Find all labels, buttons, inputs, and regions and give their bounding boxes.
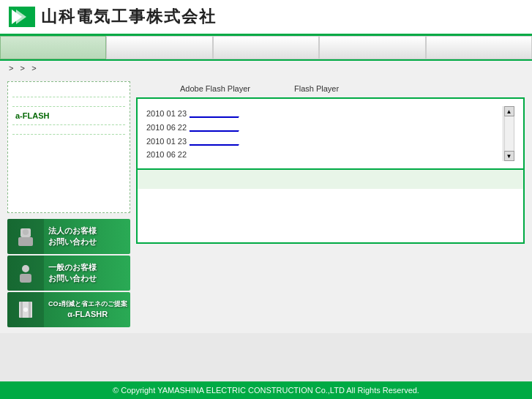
logo-icon (9, 7, 35, 27)
sidebar-item-2[interactable] (12, 97, 125, 107)
table-row: 2010 06 22 ___________ (146, 120, 497, 134)
table-row: 2010 01 23 ___________ (146, 134, 497, 148)
sidebar: a-FLASH 法人のお客様 お問い合わせ (7, 81, 130, 327)
table-row: 2010 06 22 (146, 148, 497, 161)
svg-point-6 (22, 265, 29, 272)
scroll-track[interactable] (504, 116, 514, 151)
nav-item-1[interactable] (106, 36, 212, 59)
general-button-text: 一般のお客様 お問い合わせ (44, 262, 97, 285)
col1-header: Adobe Flash Player (180, 84, 250, 93)
svg-point-11 (23, 307, 28, 312)
nav-item-2[interactable] (213, 36, 319, 59)
svg-point-5 (23, 229, 29, 235)
nav-item-3[interactable] (319, 36, 425, 59)
navbar (0, 36, 532, 61)
scroll-up-button[interactable]: ▲ (504, 106, 514, 116)
content-area: Adobe Flash Player Flash Player 2010 01 … (136, 81, 525, 327)
content-list: 2010 01 23 ___________ 2010 06 22 ______… (146, 106, 497, 161)
footer: © Copyright YAMASHINA ELECTRIC CONSTRUCT… (0, 381, 532, 399)
content-footer-bar (138, 168, 523, 189)
scrollbar: ▲ ▼ (503, 106, 514, 161)
scroll-down-button[interactable]: ▼ (504, 151, 514, 161)
svg-rect-10 (29, 302, 31, 318)
content-body: 2010 01 23 ___________ 2010 06 22 ______… (136, 97, 525, 244)
sidebar-item-aflash[interactable]: a-FLASH (12, 107, 125, 125)
row-link-2[interactable]: ___________ (190, 122, 239, 132)
sidebar-item-1[interactable] (12, 88, 125, 97)
corporate-inquiry-button[interactable]: 法人のお客様 お問い合わせ (7, 219, 130, 254)
flashr-icon (7, 292, 44, 327)
svg-rect-7 (20, 274, 31, 283)
svg-rect-9 (20, 302, 23, 318)
breadcrumb-arrow-3: > (31, 64, 36, 72)
content-inner: 2010 01 23 ___________ 2010 06 22 ______… (138, 99, 523, 168)
flashr-button[interactable]: CO₂削減と省エネのご提案 α-FLASHR (7, 292, 130, 327)
table-row: 2010 01 23 ___________ (146, 106, 497, 120)
row-link-3[interactable]: ___________ (190, 136, 239, 146)
breadcrumb-arrow-2: > (20, 64, 25, 72)
row-link-1[interactable]: ___________ (190, 108, 239, 118)
general-icon (7, 256, 44, 291)
nav-item-4[interactable] (426, 36, 532, 59)
sidebar-menu: a-FLASH (7, 81, 130, 213)
main-content: a-FLASH 法人のお客様 お問い合わせ (0, 75, 532, 333)
breadcrumb: > > > (0, 61, 532, 75)
corporate-icon (7, 219, 44, 254)
breadcrumb-arrow-1: > (9, 64, 13, 72)
header: 山科電気工事株式会社 (0, 0, 532, 36)
copyright-text: © Copyright YAMASHINA ELECTRIC CONSTRUCT… (113, 386, 419, 395)
col2-header: Flash Player (294, 84, 339, 93)
content-header: Adobe Flash Player Flash Player (136, 81, 525, 97)
svg-rect-4 (18, 237, 33, 246)
general-inquiry-button[interactable]: 一般のお客様 お問い合わせ (7, 256, 130, 291)
corporate-button-text: 法人のお客様 お問い合わせ (44, 225, 97, 248)
sidebar-item-4[interactable] (12, 125, 125, 135)
company-name: 山科電気工事株式会社 (41, 6, 217, 28)
sidebar-item-5[interactable] (12, 135, 125, 143)
flashr-button-text: CO₂削減と省エネのご提案 α-FLASHR (44, 299, 127, 320)
nav-item-home[interactable] (0, 36, 106, 59)
